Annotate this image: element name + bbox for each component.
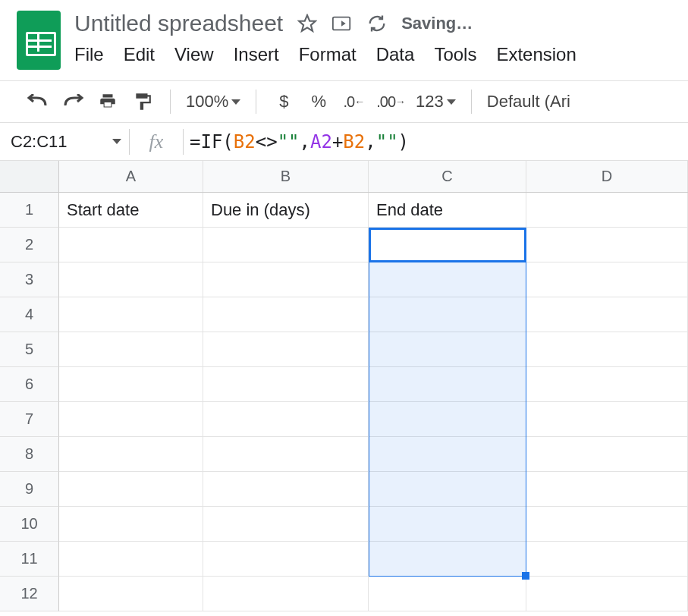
menu-file[interactable]: File <box>74 44 104 65</box>
row-header-3[interactable]: 3 <box>0 262 59 297</box>
cell-B10[interactable] <box>203 507 369 542</box>
cell-B11[interactable] <box>203 542 369 577</box>
menu-data[interactable]: Data <box>376 44 415 65</box>
menu-tools[interactable]: Tools <box>434 44 476 65</box>
cell-C8[interactable] <box>369 437 526 472</box>
cell-B4[interactable] <box>203 297 369 332</box>
redo-icon[interactable] <box>61 89 85 115</box>
cell-D6[interactable] <box>526 367 688 402</box>
row-header-6[interactable]: 6 <box>0 367 59 402</box>
grid-row: 2 <box>0 228 688 262</box>
cell-D7[interactable] <box>526 402 688 437</box>
cell-D9[interactable] <box>526 472 688 507</box>
cell-B7[interactable] <box>203 402 369 437</box>
menu-format[interactable]: Format <box>299 44 357 65</box>
cell-B12[interactable] <box>203 577 369 611</box>
cell-C2[interactable] <box>369 228 526 262</box>
move-to-folder-icon[interactable] <box>331 13 353 34</box>
cell-A3[interactable] <box>59 262 203 297</box>
grid-row: 4 <box>0 297 688 332</box>
cell-B3[interactable] <box>203 262 369 297</box>
fx-icon: fx <box>130 130 183 153</box>
menu-view[interactable]: View <box>174 44 214 65</box>
document-title[interactable]: Untitled spreadsheet <box>74 11 283 36</box>
star-icon[interactable] <box>297 13 318 34</box>
cell-B2[interactable] <box>203 228 369 262</box>
cell-A1[interactable]: Start date <box>59 193 203 228</box>
cell-C3[interactable] <box>369 262 526 297</box>
cell-D1[interactable] <box>526 193 688 228</box>
row-header-4[interactable]: 4 <box>0 297 59 332</box>
arrow-right-icon: → <box>395 96 405 108</box>
cell-D10[interactable] <box>526 507 688 542</box>
row-header-11[interactable]: 11 <box>0 542 59 577</box>
row-header-8[interactable]: 8 <box>0 437 59 472</box>
zoom-dropdown[interactable]: 100% <box>186 89 240 115</box>
menu-edit[interactable]: Edit <box>124 44 155 65</box>
paint-format-icon[interactable] <box>130 89 155 115</box>
cell-B6[interactable] <box>203 367 369 402</box>
increase-decimal-button[interactable]: .00 → <box>376 89 405 115</box>
cell-D11[interactable] <box>526 542 688 577</box>
cell-C5[interactable] <box>369 332 526 367</box>
cell-B8[interactable] <box>203 437 369 472</box>
formula-token: =IF <box>190 131 222 152</box>
decrease-decimal-button[interactable]: .0 ← <box>341 89 366 115</box>
row-header-7[interactable]: 7 <box>0 402 59 437</box>
cell-D5[interactable] <box>526 332 688 367</box>
row-header-9[interactable]: 9 <box>0 472 59 507</box>
row-header-5[interactable]: 5 <box>0 332 59 367</box>
column-header-C[interactable]: C <box>369 161 526 192</box>
formula-input[interactable]: =IF(B2<>"",A2+B2,"") <box>184 131 688 152</box>
menu-insert[interactable]: Insert <box>234 44 279 65</box>
cell-A7[interactable] <box>59 402 203 437</box>
cell-D12[interactable] <box>526 577 688 611</box>
column-header-A[interactable]: A <box>59 161 203 192</box>
cloud-sync-icon[interactable] <box>366 13 388 34</box>
cell-B9[interactable] <box>203 472 369 507</box>
cell-C10[interactable] <box>369 507 526 542</box>
cell-D3[interactable] <box>526 262 688 297</box>
cell-A10[interactable] <box>59 507 203 542</box>
cell-A12[interactable] <box>59 577 203 611</box>
cell-C7[interactable] <box>369 402 526 437</box>
menu-extensions[interactable]: Extension <box>496 44 576 65</box>
more-formats-dropdown[interactable]: 123 <box>416 89 456 115</box>
grid-row: 3 <box>0 262 688 297</box>
cell-B5[interactable] <box>203 332 369 367</box>
app-header: Untitled spreadsheet <box>0 0 688 70</box>
format-percent-button[interactable]: % <box>306 89 331 115</box>
cell-D2[interactable] <box>526 228 688 262</box>
cell-C1[interactable]: End date <box>369 193 526 228</box>
cell-A9[interactable] <box>59 472 203 507</box>
cell-A2[interactable] <box>59 228 203 262</box>
cell-D8[interactable] <box>526 437 688 472</box>
row-header-10[interactable]: 10 <box>0 507 59 542</box>
cell-A4[interactable] <box>59 297 203 332</box>
cell-C11[interactable] <box>369 542 526 577</box>
cell-C4[interactable] <box>369 297 526 332</box>
name-box[interactable]: C2:C11 <box>0 123 129 160</box>
print-icon[interactable] <box>96 89 120 115</box>
cell-C6[interactable] <box>369 367 526 402</box>
cell-C9[interactable] <box>369 472 526 507</box>
cell-C12[interactable] <box>369 577 526 611</box>
undo-icon[interactable] <box>26 89 50 115</box>
cell-A6[interactable] <box>59 367 203 402</box>
font-family-dropdown[interactable]: Default (Ari <box>487 89 570 115</box>
row-header-1[interactable]: 1 <box>0 193 59 228</box>
cell-A8[interactable] <box>59 437 203 472</box>
cell-A5[interactable] <box>59 332 203 367</box>
column-header-D[interactable]: D <box>526 161 688 192</box>
grid-row: 5 <box>0 332 688 367</box>
format-currency-button[interactable]: $ <box>272 89 296 115</box>
grid-row: 1 Start date Due in (days) End date <box>0 193 688 228</box>
column-header-B[interactable]: B <box>203 161 369 192</box>
row-header-2[interactable]: 2 <box>0 228 59 262</box>
cell-B1[interactable]: Due in (days) <box>203 193 369 228</box>
select-all-corner[interactable] <box>0 161 59 192</box>
spreadsheet-grid[interactable]: A B C D 1 Start date Due in (days) End d… <box>0 161 688 611</box>
row-header-12[interactable]: 12 <box>0 577 59 611</box>
cell-A11[interactable] <box>59 542 203 577</box>
cell-D4[interactable] <box>526 297 688 332</box>
